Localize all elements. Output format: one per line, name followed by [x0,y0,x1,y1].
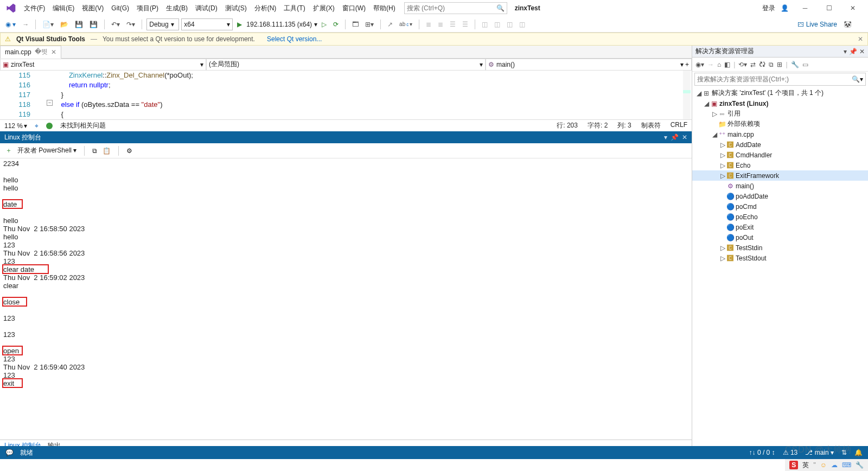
copy-icon[interactable]: ⧉ [92,147,97,155]
user-icon[interactable]: 👤 [781,4,789,12]
start-debug-button[interactable]: ▶ [235,20,244,29]
devps-dropdown[interactable]: 开发者 PowerShell ▾ [17,146,76,155]
toolbox-button[interactable]: 🗔 [350,20,361,29]
branch-indicator[interactable]: ⎇ main ▾ [805,449,834,456]
maximize-button[interactable]: ☐ [818,1,840,15]
menu-git[interactable]: Git(G) [108,2,132,14]
global-search-input[interactable] [407,4,496,12]
terminal-output[interactable]: 2234 hellohello date helloThu Nov 2 16:5… [0,158,692,440]
paste-icon[interactable]: 📋 [103,147,111,155]
tool-icon[interactable]: 🔧 [856,461,864,469]
solution-tree[interactable]: ◢⊞解决方案 'zinxTest' (1 个项目，共 1 个)◢▣zinxTes… [692,87,868,451]
solex-search[interactable]: 🔍▾ [694,73,866,86]
solex-pin-icon[interactable]: 📌 [849,48,857,55]
cloud-icon[interactable]: ☁ [831,461,838,469]
menu-build[interactable]: 生成(B) [163,2,191,15]
solex-refresh-icon[interactable]: 🗘 [759,61,765,68]
new-item-button[interactable]: 📄▾ [40,20,56,29]
platform-combo[interactable]: x64▾ [181,18,233,30]
panel-close-icon[interactable]: ✕ [682,133,687,141]
login-link[interactable]: 登录 [762,4,775,13]
comment[interactable]: ☰ [448,20,458,29]
solex-properties-icon[interactable]: 🔧 [791,61,799,68]
indent-more[interactable]: ≣ [436,20,445,29]
solex-fwd[interactable]: → [707,61,714,68]
tree-node[interactable]: 🔵poAddDate [692,191,868,201]
menu-analyze[interactable]: 分析(N) [251,2,280,15]
solex-home-icon[interactable]: ⌂ [717,61,721,68]
panel-options-icon[interactable]: ▾ [664,133,667,141]
solex-search-input[interactable] [697,75,852,83]
minimize-button[interactable]: ─ [794,1,816,15]
nav-scope-combo[interactable]: ▣ zinxTest▾ [0,59,206,71]
pin-icon[interactable]: �띗 [35,47,48,56]
solex-scope-icon[interactable]: ◧ [724,61,730,68]
live-share-button[interactable]: ⮹ Live Share 🐼 [797,21,852,28]
tree-node[interactable]: 🔵poExit [692,222,868,232]
menu-help[interactable]: 帮助(H) [370,2,399,15]
tree-node[interactable]: 🔵poOut [692,232,868,243]
bookmark3[interactable]: ◫ [505,20,515,29]
solex-sync-icon[interactable]: ⟲▾ [738,61,747,68]
start-nodebug-button[interactable]: ▷ [320,20,329,29]
redo-button[interactable]: ↷▾ [124,20,137,29]
nav-back-button[interactable]: ◉ ▾ [3,20,18,29]
tree-node[interactable]: ⚙main() [692,181,868,191]
solex-title-bar[interactable]: 解决方案资源管理器 ▾📌✕ [692,46,868,58]
menu-test[interactable]: 测试(S) [222,2,250,15]
save-button[interactable]: 💾 [73,20,85,29]
tree-node[interactable]: ◢⁺⁺main.cpp [692,129,868,139]
banner-link[interactable]: Select Qt version... [267,35,322,43]
ab-button[interactable]: abc▾ [397,20,414,28]
panel-title-bar[interactable]: Linux 控制台 ▾ 📌 ✕ [0,131,692,143]
menu-project[interactable]: 项目(P) [133,2,162,15]
tree-node[interactable]: ▷🅲TestStdin [692,243,868,253]
refresh-button[interactable]: ⟳ [331,20,341,29]
global-search[interactable]: 🔍 [404,2,507,14]
tree-node[interactable]: ◢⊞解决方案 'zinxTest' (1 个项目，共 1 个) [692,88,868,98]
tree-node[interactable]: ▷🅲AddDate [692,139,868,150]
menu-extensions[interactable]: 扩展(X) [310,2,338,15]
keyboard-icon[interactable]: ⌨ [842,461,851,469]
tree-node[interactable]: ▷▫▫引用 [692,109,868,119]
bookmark2[interactable]: ◫ [492,20,502,29]
zoom-combo[interactable]: 112 %▾ [4,122,27,130]
menu-tools[interactable]: 工具(T) [280,2,308,15]
warning-count[interactable]: ⚠ 13 [783,449,798,456]
menu-debug[interactable]: 调试(D) [192,2,221,15]
tree-node[interactable]: 🔵poEcho [692,212,868,222]
indent-less[interactable]: ≣ [424,20,433,29]
solex-close-icon[interactable]: ✕ [859,48,865,55]
solex-back[interactable]: ◉▾ [695,61,704,68]
tree-node[interactable]: ▷🅲CmdHandler [692,150,868,160]
step-out-button[interactable]: ↗ [385,20,395,29]
tree-node[interactable]: ◢▣zinxTest (Linux) [692,98,868,109]
layout-button[interactable]: ⊞▾ [363,20,376,29]
gear-icon[interactable]: ⚙ [126,147,132,155]
sync-icon[interactable]: ⇅ [841,449,847,456]
sogou-icon[interactable]: S [789,461,798,469]
close-tab-icon[interactable]: ✕ [51,48,56,56]
menu-edit[interactable]: 编辑(E) [49,2,78,15]
code-text[interactable]: ZinxKernel::Zinx_Del_Channel(*poOut); re… [53,71,193,119]
menu-window[interactable]: 窗口(W) [339,2,369,15]
save-all-button[interactable]: 💾 [87,20,100,29]
uncomment[interactable]: ☰ [460,20,470,29]
tree-node[interactable]: ▷🅲TestStdout [692,253,868,263]
feedback-icon[interactable]: 💬 [5,449,14,456]
menu-view[interactable]: 视图(V) [79,2,107,15]
panel-pin-icon[interactable]: 📌 [671,133,679,141]
notify-icon[interactable]: 🔔 [854,449,863,456]
undo-button[interactable]: ↶▾ [109,20,122,29]
code-editor[interactable]: 115116117118119 ZinxKernel::Zinx_Del_Cha… [0,71,692,119]
solex-preview-icon[interactable]: ▭ [802,61,808,68]
open-button[interactable]: 📂 [58,20,71,29]
smile-icon[interactable]: ☺ [820,461,827,469]
bookmark1[interactable]: ◫ [480,20,490,29]
tree-node[interactable]: ▷🅲Echo [692,160,868,170]
tree-node[interactable]: ▷🅲ExitFramework [692,170,868,181]
fold-icon[interactable]: − [47,100,53,106]
solex-options-icon[interactable]: ▾ [844,48,847,55]
solex-showall-icon[interactable]: ⧉ [769,61,774,68]
nav-member-combo[interactable]: ⚙ main()▾ + [486,59,692,71]
